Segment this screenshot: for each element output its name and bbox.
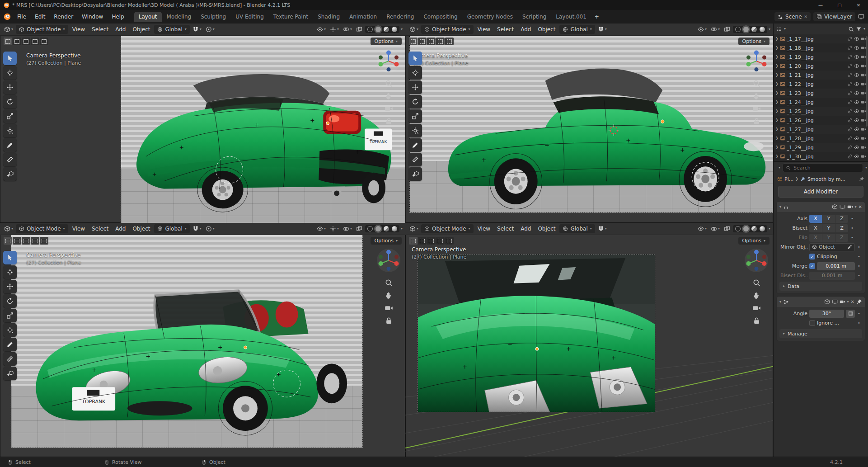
rendered-shading-button[interactable]: [760, 226, 765, 231]
solid-shading-button[interactable]: [375, 226, 381, 231]
hide-eye-icon[interactable]: [854, 90, 859, 96]
hide-eye-icon[interactable]: [854, 54, 859, 60]
tab-modeling[interactable]: Modeling: [162, 12, 196, 22]
orientation-dropdown[interactable]: Global▾: [559, 224, 595, 233]
viewport-canvas[interactable]: Options▾ Camera Perspective (27) Collect…: [405, 35, 773, 223]
outliner-row[interactable]: ❯_1_17__jpg: [774, 34, 868, 43]
angle-field[interactable]: 30°: [809, 310, 844, 318]
merge-checkbox[interactable]: ✓: [809, 263, 815, 269]
animate-dot[interactable]: •: [850, 226, 854, 231]
move-tool[interactable]: [408, 80, 422, 94]
navigation-gizmo[interactable]: [744, 248, 769, 273]
select-subtract-button[interactable]: [22, 38, 30, 45]
select-intersect-button[interactable]: [40, 237, 48, 245]
hide-eye-icon[interactable]: [854, 145, 859, 150]
axis-x-button[interactable]: X: [809, 215, 822, 223]
properties-search[interactable]: [783, 163, 863, 172]
outliner-item-label[interactable]: _1_18__jpg: [787, 45, 846, 51]
maximize-button[interactable]: ▢: [830, 0, 849, 10]
object-menu[interactable]: Object: [535, 25, 558, 33]
minimize-button[interactable]: —: [811, 0, 830, 10]
menu-file[interactable]: File: [13, 12, 30, 21]
object-menu[interactable]: Object: [130, 225, 153, 233]
orientation-dropdown[interactable]: Global▾: [154, 25, 189, 34]
select-invert-button[interactable]: [31, 38, 39, 45]
close-button[interactable]: ✕: [849, 0, 868, 10]
select-box-tool[interactable]: [3, 251, 17, 264]
wireframe-shading-button[interactable]: [735, 226, 741, 231]
mode-dropdown[interactable]: Object Mode▾: [421, 25, 474, 34]
outliner-item-label[interactable]: _1_19__jpg: [787, 54, 846, 60]
hide-eye-icon[interactable]: [854, 108, 859, 114]
options-dropdown[interactable]: Options▾: [371, 38, 402, 45]
move-tool[interactable]: [3, 280, 17, 293]
tab-scripting[interactable]: Scripting: [518, 12, 551, 22]
transform-tool[interactable]: [3, 323, 17, 337]
bisect-y-button[interactable]: Y: [822, 224, 835, 232]
object-visibility-dropdown[interactable]: ▾: [696, 25, 708, 33]
scale-tool[interactable]: [3, 109, 17, 123]
expand-icon[interactable]: ❯: [775, 155, 779, 158]
select-set-button[interactable]: [409, 38, 418, 45]
expand-icon[interactable]: ❯: [775, 73, 779, 77]
search-input[interactable]: [793, 165, 860, 171]
orientation-dropdown[interactable]: Global▾: [154, 224, 189, 233]
rendered-shading-button[interactable]: [760, 27, 765, 32]
editor-type-button[interactable]: ▾: [3, 225, 14, 233]
hide-eye-icon[interactable]: [854, 36, 859, 42]
eyedropper-icon[interactable]: [847, 245, 852, 250]
object-menu[interactable]: Object: [130, 25, 153, 33]
orientation-dropdown[interactable]: Global▾: [559, 25, 595, 34]
extras-dropdown-icon[interactable]: ▾: [855, 205, 857, 209]
expand-icon[interactable]: ❯: [775, 137, 779, 140]
scene-selector[interactable]: Scene ✕: [774, 12, 811, 21]
expand-icon[interactable]: ❯: [775, 109, 779, 113]
pan-hand-icon[interactable]: [752, 92, 761, 100]
camera-view-icon[interactable]: [752, 304, 761, 312]
annotate-tool[interactable]: [3, 338, 17, 351]
select-invert-button[interactable]: [436, 38, 445, 45]
outliner-item-label[interactable]: _1_21__jpg: [787, 72, 846, 78]
tab-uv-editing[interactable]: UV Editing: [231, 12, 268, 22]
object-visibility-dropdown[interactable]: ▾: [696, 225, 708, 233]
select-box-tool[interactable]: [3, 52, 17, 65]
data-subpanel-toggle[interactable]: ▸ Data: [779, 282, 862, 291]
cursor-tool[interactable]: [3, 66, 17, 80]
material-shading-button[interactable]: [384, 226, 389, 231]
gizmos-dropdown[interactable]: ▾: [328, 25, 340, 33]
animate-dot[interactable]: •: [857, 254, 861, 259]
outliner-item-label[interactable]: _1_27__jpg: [787, 127, 846, 132]
object-visibility-dropdown[interactable]: ▾: [315, 25, 327, 33]
smooth-modifier-header[interactable]: ▾ ▾ ✕: [777, 297, 865, 307]
hide-eye-icon[interactable]: [854, 72, 859, 78]
navigation-gizmo[interactable]: [744, 49, 769, 73]
scale-tool[interactable]: [3, 309, 17, 322]
edit-mode-display-toggle[interactable]: [824, 299, 830, 305]
tab-layout[interactable]: Layout: [134, 12, 162, 22]
cursor-tool[interactable]: [408, 66, 422, 80]
expand-icon[interactable]: ❯: [775, 100, 779, 104]
outliner-scrollbar[interactable]: [866, 36, 868, 127]
select-menu[interactable]: Select: [89, 225, 111, 233]
select-intersect-button[interactable]: [445, 38, 454, 45]
lock-view-icon[interactable]: [752, 316, 761, 325]
add-cube-tool[interactable]: [408, 167, 422, 181]
snap-toggle[interactable]: ▾: [596, 225, 608, 233]
bisect-z-button[interactable]: Z: [835, 224, 848, 232]
measure-tool[interactable]: [408, 153, 422, 166]
xray-toggle[interactable]: [723, 225, 732, 233]
animate-dot[interactable]: •: [850, 216, 854, 221]
animate-dot[interactable]: •: [857, 321, 861, 325]
outliner-row[interactable]: ❯_1_29__jpg: [774, 143, 868, 152]
expand-icon[interactable]: ❯: [775, 146, 779, 149]
realtime-display-toggle[interactable]: [840, 204, 845, 210]
outliner-row[interactable]: ❯_1_24__jpg: [774, 98, 868, 107]
select-set-button[interactable]: [4, 237, 12, 245]
breadcrumb-object[interactable]: Pl...: [784, 176, 793, 182]
animate-dot[interactable]: •: [857, 264, 861, 269]
animate-dot[interactable]: •: [857, 311, 861, 316]
outliner-item-label[interactable]: _1_17__jpg: [787, 36, 846, 42]
axis-z-button[interactable]: Z: [835, 215, 848, 223]
options-dropdown[interactable]: Options▾: [738, 237, 769, 245]
rotate-tool[interactable]: [408, 95, 422, 108]
